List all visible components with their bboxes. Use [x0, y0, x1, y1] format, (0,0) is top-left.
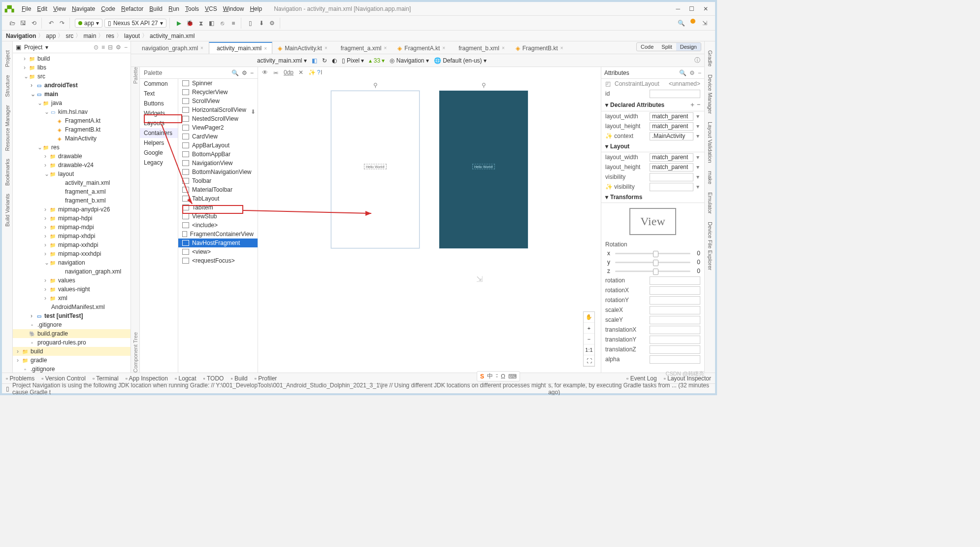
tool-resource-manager[interactable]: Resource Manager	[4, 101, 10, 155]
menu-navigate[interactable]: Navigate	[69, 5, 98, 12]
tree-node[interactable]: fragment_a.xml	[13, 187, 131, 196]
tree-node[interactable]: navigation_graph.xml	[13, 267, 131, 276]
editor-tab[interactable]: ◈FragmentB.kt×	[510, 42, 569, 54]
menu-build[interactable]: Build	[146, 5, 165, 12]
status-app-inspection[interactable]: ▫ App Inspection	[126, 375, 168, 382]
account-icon[interactable]: ⇲	[700, 19, 709, 28]
attr-value[interactable]	[650, 316, 700, 324]
zoom-btn[interactable]: −	[584, 334, 594, 344]
sdk-icon[interactable]: ⬇	[257, 19, 266, 28]
zoom-btn[interactable]: ✋	[584, 312, 594, 323]
wand-icon[interactable]: ✨	[308, 69, 316, 76]
tree-node[interactable]: ›📁mipmap-xxhdpi	[13, 240, 131, 249]
tool-bookmarks[interactable]: Bookmarks	[4, 155, 10, 190]
coverage-icon[interactable]: ◧	[207, 19, 216, 28]
palette-item[interactable]: BottomAppBar	[178, 150, 258, 159]
attr-id-input[interactable]	[650, 90, 700, 98]
palette-item[interactable]: <include>	[178, 221, 258, 230]
attr-value[interactable]: match_parent	[650, 112, 693, 121]
tree-node[interactable]: ›▭test [unitTest]	[13, 311, 131, 320]
debug-icon[interactable]: 🐞	[186, 19, 195, 28]
search-icon[interactable]: 🔍	[231, 69, 239, 76]
palette-item[interactable]: <view>	[178, 247, 258, 256]
attr-value[interactable]	[650, 345, 700, 354]
ime-toolbar[interactable]: S中⸚Ω⌨	[477, 371, 520, 381]
ime-btn[interactable]: Ω	[501, 373, 505, 380]
attr-value[interactable]	[650, 183, 693, 191]
sync-icon[interactable]: ⟲	[30, 19, 38, 28]
default-margin[interactable]: 0dp	[284, 69, 294, 76]
palette-item[interactable]: Toolbar	[178, 176, 258, 185]
zoom-btn[interactable]: +	[584, 323, 594, 334]
tool-gradle[interactable]: Gradle	[707, 46, 713, 70]
tree-node[interactable]: ›📁drawable	[13, 152, 131, 161]
view-mode-design[interactable]: Design	[676, 43, 701, 51]
ime-btn[interactable]: ⸚	[496, 373, 498, 380]
attr-value[interactable]	[650, 296, 700, 305]
status-problems[interactable]: ▫ Problems	[6, 375, 34, 382]
magnet-icon[interactable]: ⫘	[273, 69, 279, 76]
minimize-icon[interactable]: ─	[676, 5, 680, 12]
attr-value[interactable]	[650, 326, 700, 334]
tree-node[interactable]: ⌄▭kim.hsl.nav	[13, 107, 131, 116]
palette-item[interactable]: Spinner	[178, 79, 258, 88]
ime-btn[interactable]: 中	[487, 372, 493, 380]
tool-structure[interactable]: Structure	[4, 71, 10, 101]
run-icon[interactable]: ▶	[175, 19, 184, 28]
eye-icon[interactable]: 👁	[262, 69, 268, 76]
profile-icon[interactable]: ⧗	[196, 19, 205, 28]
tool-emulator[interactable]: Emulator	[707, 188, 713, 218]
redo-icon[interactable]: ↷	[58, 19, 66, 28]
breadcrumb-0[interactable]: Navigation	[6, 33, 36, 39]
attr-value[interactable]: match_parent	[650, 163, 693, 171]
breadcrumb-2[interactable]: src	[65, 33, 73, 39]
palette-item[interactable]: HorizontalScrollView	[178, 105, 258, 114]
design-canvas[interactable]: 👁 ⫘ 0dp ✕ ✨ I ? ⚲ Hello World!	[258, 67, 601, 373]
save-icon[interactable]: 🖫	[19, 19, 28, 28]
tree-node[interactable]: ◈FragmentA.kt	[13, 116, 131, 125]
attr-value[interactable]: match_parent	[650, 122, 693, 131]
palette-category-widgets[interactable]: Widgets	[140, 108, 178, 118]
palette-item[interactable]: MaterialToolbar	[178, 185, 258, 194]
search-icon[interactable]: 🔍	[679, 69, 686, 76]
attr-value[interactable]	[650, 336, 700, 344]
locate-icon[interactable]: ⊙	[94, 44, 98, 51]
editor-tab[interactable]: activity_main.xml×	[209, 42, 272, 54]
tree-node[interactable]: activity_main.xml	[13, 178, 131, 187]
status-profiler[interactable]: ▫ Profiler	[255, 375, 277, 382]
help-icon[interactable]: ?	[317, 69, 321, 76]
theme-picker[interactable]: ◎ Navigation ▾	[390, 57, 428, 64]
tool-build-variants[interactable]: Build Variants	[4, 190, 10, 231]
tree-node[interactable]: ›📁mipmap-xhdpi	[13, 232, 131, 240]
clear-constraints-icon[interactable]: ✕	[298, 69, 303, 76]
tree-node[interactable]: ⌄📁layout	[13, 170, 131, 178]
tree-node[interactable]: ›📁drawable-v24	[13, 161, 131, 170]
status-todo[interactable]: ▫ TODO	[203, 375, 224, 382]
menu-tools[interactable]: Tools	[182, 5, 202, 12]
tree-node[interactable]: ▫proguard-rules.pro	[13, 338, 131, 347]
breadcrumb-5[interactable]: layout	[124, 33, 140, 39]
tree-node[interactable]: ›📁mipmap-hdpi	[13, 214, 131, 223]
attr-value[interactable]	[650, 306, 700, 314]
project-tree[interactable]: ›📁build›📁libs⌄📁src›▭androidTest⌄▭main⌄📁j…	[13, 53, 131, 373]
maximize-icon[interactable]: ☐	[689, 5, 694, 12]
section-declared[interactable]: ▾ Declared Attributes＋ −	[605, 101, 700, 109]
menu-help[interactable]: Help	[247, 5, 265, 12]
section-transforms[interactable]: ▾ Transforms	[605, 194, 700, 201]
palette-item[interactable]: CardView	[178, 132, 258, 141]
close-icon[interactable]: ×	[264, 46, 267, 51]
component-tree-side-label[interactable]: Component Tree	[132, 329, 138, 373]
tree-node[interactable]: ›📁libs	[13, 63, 131, 72]
guidelines-icon[interactable]: I	[321, 69, 322, 76]
breadcrumb-6[interactable]: activity_main.xml	[150, 33, 195, 39]
device-picker[interactable]: ▯ Pixel ▾	[342, 57, 364, 64]
palette-category-text[interactable]: Text	[140, 89, 178, 99]
tree-node[interactable]: ›📁build	[13, 54, 131, 63]
status-build[interactable]: ▫ Build	[230, 375, 247, 382]
tree-node[interactable]: ›📁mipmap-xxxhdpi	[13, 249, 131, 258]
night-mode-icon[interactable]: ◐	[332, 57, 337, 64]
attr-value[interactable]	[650, 355, 700, 364]
close-icon[interactable]: ×	[560, 45, 563, 51]
ime-btn[interactable]: S	[480, 373, 484, 380]
status-event-log[interactable]: ▫ Event Log	[626, 375, 657, 382]
